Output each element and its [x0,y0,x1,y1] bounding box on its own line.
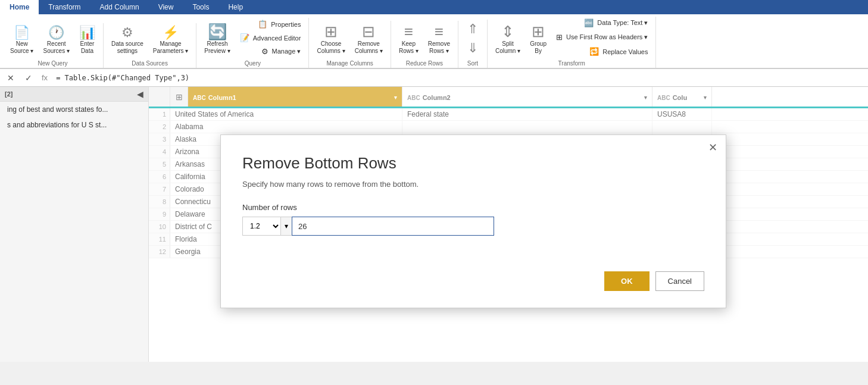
replace-values-button[interactable]: 🔁 Replace Values [552,45,652,58]
keep-rows-button[interactable]: ≡ KeepRows ▾ [395,21,423,58]
remove-columns-button[interactable]: ⊟ RemoveColumns ▾ [351,21,387,58]
manage-icon: ⚙ [261,47,268,56]
group-by-label: GroupBy [530,40,547,55]
group-query: 🔄 RefreshPreview ▾ 📋 Properties 📝 Advanc… [196,18,309,68]
sidebar-title: [2] [5,90,13,98]
sort-desc-button[interactable]: ⇓ [462,39,483,58]
group-sort-items: ⇑ ⇓ [462,20,483,58]
tab-transform[interactable]: Transform [39,0,90,14]
split-column-button[interactable]: ⇕ SplitColumn ▾ [491,21,524,58]
enter-data-label: EnterData [80,40,94,55]
sidebar-item-2-label: s and abbreviations for U S st... [7,121,107,129]
data-area: ⊞ ABC Column1 ▾ ABC Column2 ▾ ABC Colu ▾ [149,87,868,362]
sidebar: [2] ◀ ing of best and worst states fo...… [0,87,149,362]
remove-rows-label: RemoveRows ▾ [428,40,450,55]
sidebar-header: [2] ◀ [0,87,148,102]
group-sort-label: Sort [462,59,483,67]
manage-button[interactable]: ⚙ Manage ▾ [236,45,305,58]
formula-cancel-button[interactable]: ✕ [4,72,18,84]
replace-values-icon: 🔁 [589,47,599,56]
dialog-footer: OK Cancel [242,271,704,291]
properties-label: Properties [271,21,301,28]
split-column-icon: ⇕ [501,24,514,39]
group-reduce-rows: ≡ KeepRows ▾ ≡ RemoveRows ▾ Reduce Rows [391,21,458,68]
tab-home[interactable]: Home [0,0,39,14]
remove-columns-label: RemoveColumns ▾ [355,40,383,55]
manage-parameters-button[interactable]: ⚡ ManageParameters ▾ [149,23,192,58]
group-reduce-rows-items: ≡ KeepRows ▾ ≡ RemoveRows ▾ [395,21,454,58]
cancel-button[interactable]: Cancel [655,271,704,291]
recent-sources-label: RecentSources ▾ [43,40,69,55]
group-query-items: 🔄 RefreshPreview ▾ 📋 Properties 📝 Advanc… [200,18,305,58]
data-type-button[interactable]: 🔤 Data Type: Text ▾ [552,17,652,29]
group-transform: ⇕ SplitColumn ▾ ⊞ GroupBy 🔤 Data Type: T… [488,17,656,68]
formula-input[interactable] [54,73,864,83]
select-arrow: ▾ [280,217,292,236]
recent-sources-button[interactable]: 🕐 RecentSources ▾ [39,23,73,58]
formula-confirm-button[interactable]: ✓ [21,72,36,84]
keep-rows-icon: ≡ [404,24,413,39]
recent-sources-icon: 🕐 [48,26,64,39]
tab-tools[interactable]: Tools [183,0,218,14]
remove-rows-button[interactable]: ≡ RemoveRows ▾ [424,21,454,58]
sidebar-item-2[interactable]: s and abbreviations for U S st... [0,117,148,133]
group-by-button[interactable]: ⊞ GroupBy [526,21,551,58]
number-of-rows-label: Number of rows [242,203,704,212]
query-side-buttons: 📋 Properties 📝 Advanced Editor ⚙ Manage … [236,18,305,58]
group-query-label: Query [200,59,305,67]
transform-side-items: 🔤 Data Type: Text ▾ ⊞ Use First Row as H… [552,17,652,58]
advanced-editor-icon: 📝 [240,33,249,42]
refresh-preview-icon: 🔄 [208,24,227,39]
data-source-settings-button[interactable]: ⚙ Data sourcesettings [107,23,148,58]
tab-add-column[interactable]: Add Column [90,0,149,14]
new-source-icon: 📄 [14,26,30,39]
first-row-headers-button[interactable]: ⊞ Use First Row as Headers ▾ [552,31,652,43]
group-data-sources: ⚙ Data sourcesettings ⚡ ManageParameters… [104,23,196,68]
sidebar-item-1-label: ing of best and worst states fo... [7,105,108,114]
properties-button[interactable]: 📋 Properties [236,18,305,30]
data-type-icon: 🔤 [584,18,594,27]
dialog-input-row: 1.2 1.2.3 ▾ [242,217,704,236]
enter-data-button[interactable]: 📊 EnterData [75,23,99,58]
first-row-label: Use First Row as Headers ▾ [566,33,648,41]
sort-asc-button[interactable]: ⇑ [462,20,483,39]
group-new-query: 📄 NewSource ▾ 🕐 RecentSources ▾ 📊 EnterD… [2,23,104,68]
manage-parameters-label: ManageParameters ▾ [153,40,188,55]
sort-asc-icon: ⇑ [467,21,478,37]
tab-view[interactable]: View [149,0,183,14]
group-new-query-label: New Query [6,59,99,67]
first-row-icon: ⊞ [556,33,563,42]
dialog-close-button[interactable]: ✕ [708,141,717,154]
group-transform-items: ⇕ SplitColumn ▾ ⊞ GroupBy 🔤 Data Type: T… [491,17,652,58]
group-new-query-items: 📄 NewSource ▾ 🕐 RecentSources ▾ 📊 EnterD… [6,23,99,58]
main-area: [2] ◀ ing of best and worst states fo...… [0,87,868,362]
advanced-editor-button[interactable]: 📝 Advanced Editor [236,32,305,44]
remove-bottom-rows-dialog: ✕ Remove Bottom Rows Specify how many ro… [220,134,726,308]
group-data-sources-items: ⚙ Data sourcesettings ⚡ ManageParameters… [107,23,192,58]
new-source-button[interactable]: 📄 NewSource ▾ [6,23,38,58]
ribbon-content: 📄 NewSource ▾ 🕐 RecentSources ▾ 📊 EnterD… [0,14,868,68]
group-reduce-rows-label: Reduce Rows [395,59,454,67]
remove-rows-icon: ≡ [435,24,444,39]
data-source-settings-label: Data sourcesettings [111,40,143,55]
group-transform-label: Transform [491,59,652,67]
manage-parameters-icon: ⚡ [163,26,179,39]
keep-rows-label: KeepRows ▾ [399,40,419,55]
ok-button[interactable]: OK [604,271,650,291]
sidebar-collapse-button[interactable]: ◀ [137,89,143,99]
row-type-select[interactable]: 1.2 1.2.3 [242,217,280,236]
sort-desc-icon: ⇓ [467,40,478,56]
number-of-rows-input[interactable] [292,217,494,236]
group-manage-columns: ⊞ ChooseColumns ▾ ⊟ RemoveColumns ▾ Mana… [309,21,391,68]
split-column-label: SplitColumn ▾ [495,40,520,55]
ribbon: Home Transform Add Column View Tools Hel… [0,0,868,69]
new-source-label: NewSource ▾ [10,40,33,55]
remove-columns-icon: ⊟ [362,24,375,39]
tab-help[interactable]: Help [218,0,252,14]
choose-columns-button[interactable]: ⊞ ChooseColumns ▾ [313,21,349,58]
refresh-preview-button[interactable]: 🔄 RefreshPreview ▾ [200,21,234,58]
group-manage-columns-items: ⊞ ChooseColumns ▾ ⊟ RemoveColumns ▾ [313,21,387,58]
sidebar-item-1[interactable]: ing of best and worst states fo... [0,102,148,117]
ribbon-tab-bar: Home Transform Add Column View Tools Hel… [0,0,868,14]
properties-icon: 📋 [258,20,267,29]
